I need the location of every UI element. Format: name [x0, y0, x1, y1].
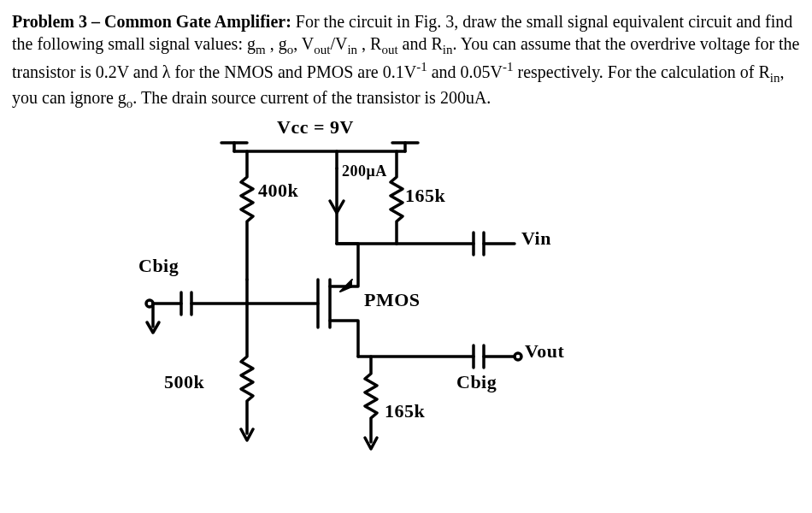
sub-in-2: in [443, 43, 453, 56]
problem-body-9: respectively. For the calculation of R [514, 62, 770, 80]
sub-out-1: out [314, 43, 330, 56]
problem-body-3: , V [293, 34, 314, 53]
problem-body-4: /V [330, 34, 347, 53]
problem-body-2: , g [266, 34, 287, 53]
sub-out-2: out [381, 43, 397, 56]
r2-165k-label: 165k [405, 184, 445, 209]
r1-400k-label: 400k [258, 179, 298, 203]
cbig-left-label: Cbig [138, 254, 179, 279]
sub-in-3: in [770, 70, 780, 84]
vin-label: Vin [521, 227, 551, 251]
cbig-right-label: Cbig [456, 370, 497, 395]
problem-body-6: and R [398, 34, 443, 53]
problem-body-11: . The drain source current of the transi… [132, 88, 491, 107]
problem-statement: Problem 3 – Common Gate Amplifier: For t… [12, 10, 800, 112]
vcc-label: Vcc = 9V [277, 115, 354, 140]
problem-heading: Problem 3 – Common Gate Amplifier: [12, 12, 291, 31]
r4-165k-label: 165k [385, 399, 425, 424]
vout-label: Vout [525, 339, 564, 364]
current-200ua-label: 200μA [342, 162, 387, 181]
problem-body-5: , R [357, 34, 381, 53]
pmos-label: PMOS [364, 288, 421, 313]
r3-500k-label: 500k [164, 370, 204, 395]
sub-m-1: m [256, 43, 266, 56]
circuit-figure: Vcc = 9V 400k 200μA 165k Vin Cbig PMOS V… [115, 117, 644, 485]
sub-in-1: in [347, 43, 357, 56]
sup-neg1-1: -1 [416, 60, 427, 74]
sup-neg1-2: -1 [503, 60, 514, 74]
problem-body-8: and 0.05V [427, 62, 503, 80]
svg-point-1 [515, 353, 521, 360]
